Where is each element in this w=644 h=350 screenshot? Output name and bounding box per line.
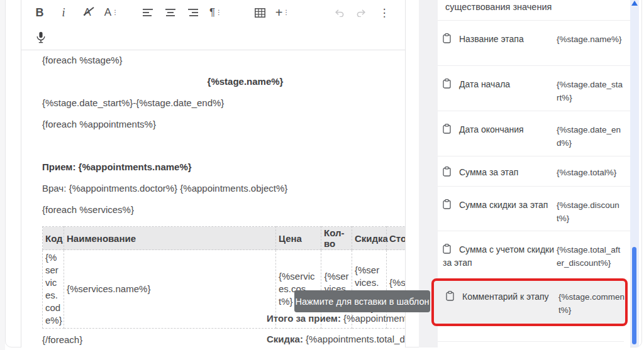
variable-left: Сумма с учетом скидки за этап [443, 243, 556, 270]
variable-label: Сумма с учетом скидки за этап [443, 244, 554, 268]
highlighted-variable-box: Комментарий к этапу {%stage.comment%} [431, 278, 628, 326]
table-insert-button[interactable] [250, 3, 269, 22]
redo-icon [356, 8, 367, 17]
clipboard-icon [443, 33, 451, 43]
template-line: {%stage.name%} [42, 77, 405, 87]
variable-label: Сумма за этап [459, 167, 518, 177]
template-line: {foreach %services%} [42, 205, 405, 215]
variable-row-date-start[interactable]: Дата начала {%stage.date_start%} [438, 66, 630, 111]
next-row-divider [438, 341, 624, 342]
discount-value: {%appointments.total_d [306, 334, 405, 344]
template-line: Прием: {%appointments.name%} [42, 162, 405, 172]
variable-label: Дата окончания [459, 124, 524, 134]
page-edge [0, 0, 5, 350]
clipboard-icon [446, 291, 454, 301]
variable-code: {%stage.date_end%} [557, 123, 624, 150]
variable-code: {%stage.discount%} [557, 199, 624, 225]
toolbar-row-1: B i A A⋮ [21, 0, 405, 25]
col-header-discount: Скидка [352, 227, 387, 250]
template-line: {foreach %appointments%} [42, 119, 405, 129]
variable-left: Название этапа [443, 33, 556, 46]
variable-row-date-end[interactable]: Дата окончания {%stage.date_end%} [438, 111, 630, 156]
submenu-dots-icon: ⋮ [112, 9, 118, 16]
clipboard-icon [443, 124, 451, 134]
redo-button[interactable] [352, 3, 371, 22]
undo-button[interactable] [330, 3, 348, 22]
total-label: Итого за прием: [267, 313, 341, 324]
variable-row-stage-name[interactable]: Название этапа {%stage.name%} [438, 21, 630, 66]
variable-row-total-after-discount[interactable]: Сумма с учетом скидки за этап {%stage.to… [438, 231, 630, 278]
blank-line [42, 141, 405, 151]
variable-label: Название этапа [459, 34, 524, 44]
services-table-header-row: Код Наименование Цена Кол-во Скидка Стои… [43, 227, 406, 250]
align-left-icon [143, 9, 153, 17]
clipboard-icon [443, 79, 451, 89]
variable-left: Сумма за этап [443, 166, 556, 179]
insert-menu-button[interactable]: +⋮ [273, 3, 292, 22]
toolbar-row-2 [21, 25, 405, 49]
col-header-name: Наименование [64, 227, 276, 250]
paragraph-icon: ¶ [209, 6, 215, 19]
variable-label: Дата начала [459, 79, 510, 89]
variable-left: Комментарий к этапу [446, 290, 559, 304]
variables-panel: существования значения Название этапа {%… [438, 0, 630, 347]
variable-left: Дата начала [443, 78, 556, 91]
template-editor-screen: B i A A⋮ [0, 0, 644, 350]
editor-toolbar: B i A A⋮ [21, 0, 405, 50]
variable-code: {%stage.total_after_discount%} [557, 243, 624, 270]
dictation-button[interactable] [31, 28, 50, 46]
bold-button[interactable]: B [30, 3, 49, 22]
discount-label: Скидка: [267, 334, 303, 344]
font-menu-button[interactable]: A⋮ [102, 3, 121, 22]
clipboard-icon [443, 244, 451, 254]
col-header-total: Стоимость [387, 227, 406, 250]
scroll-up-arrow-icon[interactable] [631, 1, 638, 6]
variable-code: {%stage.comment%} [558, 290, 626, 317]
clear-format-button[interactable]: A [78, 3, 97, 22]
cell-code: {%services.code%} [43, 250, 64, 329]
align-right-button[interactable] [184, 3, 203, 22]
variable-code: {%stage.name%} [557, 33, 624, 46]
template-line: Врач: {%appointments.doctor%} {%appointm… [42, 183, 405, 194]
plus-icon: + [275, 6, 283, 20]
variable-left: Сумма скидки за этап [443, 199, 556, 212]
appointment-discount-line: Скидка: {%appointments.total_d [267, 334, 405, 344]
panel-scrollbar[interactable] [630, 0, 639, 347]
variable-label: Комментарий к этапу [462, 292, 549, 302]
variable-row-stage-comment[interactable]: Комментарий к этапу {%stage.comment%} [434, 281, 625, 324]
font-letter-icon: A [104, 6, 111, 19]
clipboard-icon [443, 167, 451, 177]
paragraph-menu-button[interactable]: ¶⋮ [206, 3, 225, 22]
more-options-button[interactable]: ⋮ [375, 3, 394, 22]
total-value: {%appointment [343, 313, 405, 324]
scrollbar-thumb[interactable] [632, 247, 636, 344]
insert-tooltip: Нажмите для вставки в шаблон [294, 290, 430, 312]
submenu-dots-icon: ⋮ [216, 9, 222, 16]
col-header-price: Цена [276, 227, 321, 250]
panel-description-partial: существования значения [438, 0, 630, 21]
cell-name: {%services.name%} [64, 250, 276, 329]
submenu-dots-icon: ⋮ [283, 9, 289, 16]
microphone-icon [36, 31, 46, 43]
align-right-icon [188, 9, 199, 17]
variable-row-stage-discount[interactable]: Сумма скидки за этап {%stage.discount%} [438, 187, 630, 231]
align-left-button[interactable] [138, 3, 157, 22]
align-center-button[interactable] [161, 3, 180, 22]
template-line: {%stage.date_start%}-{%stage.date_end%} [42, 98, 405, 108]
italic-button[interactable]: i [54, 3, 73, 22]
variable-left: Дата окончания [443, 123, 556, 136]
align-center-icon [165, 9, 176, 17]
undo-icon [333, 8, 345, 17]
variable-row-stage-total[interactable]: Сумма за этап {%stage.total%} [438, 156, 630, 187]
variable-code: {%stage.date_start%} [557, 78, 624, 104]
template-line: {foreach %stage%} [42, 55, 405, 65]
clipboard-icon [443, 199, 451, 209]
appointment-total-line: Итого за прием: {%appointment [267, 313, 405, 324]
strikethrough-a-icon: A [84, 6, 91, 19]
col-header-code: Код [43, 227, 64, 250]
col-header-qty: Кол-во [321, 227, 352, 250]
variable-code: {%stage.total%} [557, 166, 624, 179]
table-icon [255, 8, 265, 18]
variable-label: Сумма скидки за этап [459, 200, 548, 210]
